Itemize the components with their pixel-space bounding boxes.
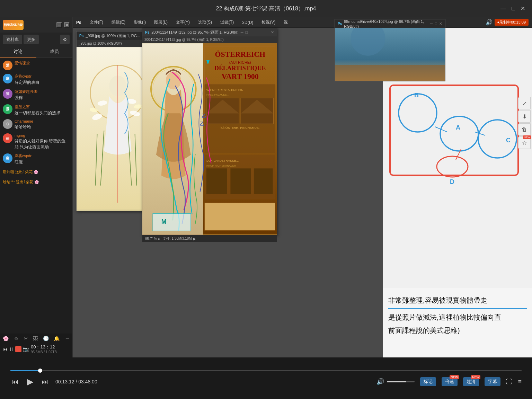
svg-text:WIENER RESTAURATION...: WIENER RESTAURATION... bbox=[206, 88, 246, 92]
chat-content-4: Charmaine 哈哈哈哈 bbox=[15, 119, 70, 130]
volume-bar[interactable] bbox=[387, 381, 415, 382]
svg-text:DLR LANDSTRASSE...: DLR LANDSTRASSE... bbox=[206, 159, 239, 162]
sidebar-close-btn[interactable]: ✕ bbox=[64, 22, 70, 28]
pause-rec-btn[interactable]: ⏸ bbox=[9, 346, 14, 352]
svg-text:A: A bbox=[456, 124, 460, 131]
chat-content-0: 爱情课堂 bbox=[15, 61, 70, 66]
ps-menu-more[interactable]: 视 bbox=[282, 19, 289, 26]
subtitle-btn[interactable]: 字幕 bbox=[485, 377, 500, 386]
close-button[interactable]: ✕ bbox=[521, 6, 525, 11]
title-bar: 22 构成6期-第七堂课-高清（0618）.mp4 — □ ✕ bbox=[0, 0, 532, 17]
chat-text-2: 强稗 bbox=[15, 95, 70, 101]
chat-message-1: 麻 麻将cvpdr 薛定谔的表白 bbox=[3, 74, 70, 86]
image-icon[interactable]: 🖼 bbox=[33, 336, 38, 341]
ps-bg-min-btn[interactable]: ─ bbox=[430, 21, 433, 26]
star-btn[interactable]: ☆ NEW bbox=[518, 136, 531, 149]
svg-rect-21 bbox=[153, 214, 191, 231]
avatar-5: m bbox=[3, 133, 12, 143]
username-0: 爱情课堂 bbox=[15, 61, 70, 66]
ps-menu-image[interactable]: 影像(I) bbox=[132, 19, 147, 26]
ps-mucha-max-btn[interactable]: □ bbox=[246, 30, 248, 34]
chat-content-3: 靈墨之窗 这一切都是石头门的选择 bbox=[15, 104, 70, 116]
chat-message-2: 范 范如媛超强绑 强稗 bbox=[3, 89, 70, 101]
fullscreen-btn[interactable]: ⛶ bbox=[506, 378, 512, 385]
ps-mucha-logo: Ps bbox=[145, 30, 149, 34]
ps-menu-3d[interactable]: 3D(D) bbox=[241, 19, 255, 26]
ps-menu-filter[interactable]: 滤镜(T) bbox=[219, 19, 235, 26]
ps-menu-edit[interactable]: 编辑(E) bbox=[110, 19, 127, 26]
prev-frame-btn[interactable]: ⏮ bbox=[10, 378, 20, 386]
progress-dot[interactable] bbox=[38, 369, 42, 373]
speed-label: 倍速 bbox=[445, 379, 454, 384]
ps-menu-layer[interactable]: 图层(L) bbox=[153, 19, 169, 26]
avatar-0: 愛 bbox=[3, 61, 12, 70]
stop-rec-btn[interactable] bbox=[15, 346, 21, 352]
arrow-icon[interactable]: → bbox=[65, 336, 70, 341]
camera-rec-btn[interactable]: 📷 bbox=[23, 346, 29, 352]
ps-window-mucha: Ps 200411241149T132.jpg @ 95.7% (画面 1, R… bbox=[142, 28, 277, 236]
bell-icon[interactable]: 🔔 bbox=[54, 336, 60, 341]
more-button[interactable]: 更多 bbox=[24, 35, 39, 44]
svg-text:ÖSTERREICH: ÖSTERREICH bbox=[215, 50, 265, 59]
bookmark-btn[interactable]: 标记 bbox=[420, 377, 436, 386]
svg-rect-2 bbox=[335, 65, 445, 81]
ps-bg-max-btn[interactable]: □ bbox=[435, 21, 437, 26]
next-frame-btn[interactable]: ⏭ bbox=[40, 378, 50, 386]
flower-icon[interactable]: 🌸 bbox=[3, 336, 9, 341]
tab-discuss[interactable]: 讨论 bbox=[0, 46, 36, 57]
prev-rec-btn[interactable]: ⏮ bbox=[3, 346, 8, 352]
ps-menu-text[interactable]: 文字(Y) bbox=[175, 19, 191, 26]
ps-zoom-level: 95.71% ● bbox=[145, 237, 160, 241]
bg-photo-canvas bbox=[335, 28, 445, 81]
mucha-figure-svg: M bbox=[142, 43, 203, 235]
chat-message-3: 靈 靈墨之窗 这一切都是石头门的选择 bbox=[3, 104, 70, 116]
chat-content-6: 麻将cvpdr 旺腿 bbox=[15, 153, 70, 165]
svg-text:VART 1900: VART 1900 bbox=[221, 72, 258, 81]
svg-point-20 bbox=[166, 71, 181, 89]
ps-menu-select[interactable]: 选取(S) bbox=[197, 19, 213, 26]
progress-bar[interactable] bbox=[10, 370, 522, 371]
clarity-new-badge: NEW bbox=[471, 375, 480, 379]
minimize-button[interactable]: — bbox=[500, 6, 506, 11]
menu-btn[interactable]: ≡ bbox=[518, 378, 522, 385]
volume-icon[interactable]: 🔊 bbox=[376, 378, 384, 385]
mucha-right-panel: ÖSTERREICH (AUTRICHE) DÉLARTISTIQUE VART… bbox=[203, 43, 277, 235]
speed-btn[interactable]: 倍速 NEW bbox=[442, 377, 458, 386]
avatar-1: 麻 bbox=[3, 74, 12, 83]
ps-menu-file[interactable]: 文件(F) bbox=[88, 19, 105, 26]
library-button[interactable]: 资料库 bbox=[3, 35, 22, 44]
ps-flower-logo: Ps bbox=[79, 34, 83, 38]
chat-message-6: 麻 麻将cvpdr 旺腿 bbox=[3, 153, 70, 165]
ps-mucha-title: Ps 200411241149T132.jpg @ 95.7% (画面 1, R… bbox=[142, 28, 277, 36]
scissors-icon[interactable]: ✂ bbox=[24, 336, 28, 341]
ps-window-background: Ps 88mucha9hiver640x1024.jpg @ 66.7% (画面… bbox=[335, 19, 445, 81]
subtitle-label: 字幕 bbox=[488, 379, 497, 384]
svg-text:KRUP RICHSKANALER: KRUP RICHSKANALER bbox=[206, 164, 236, 167]
ps-bg-title-text: 88mucha9hiver640x1024.jpg @ 66.7% (画面 1,… bbox=[344, 19, 428, 28]
clarity-btn[interactable]: 超清 NEW bbox=[463, 377, 479, 386]
clock-icon[interactable]: 🕐 bbox=[43, 336, 49, 341]
chat-message-0: 愛 爱情课堂 bbox=[3, 61, 70, 70]
maximize-button[interactable]: □ bbox=[512, 6, 515, 11]
ps-mucha-min-btn[interactable]: ─ bbox=[241, 30, 243, 34]
delete-btn[interactable]: 🗑 bbox=[518, 123, 531, 136]
sidebar-bottom: 🌸 ☺ ✂ 🖼 🕐 🔔 → ⏮ ⏸ 📷 00：13：12 95.5MB / 1.… bbox=[0, 334, 72, 357]
username-6: 麻将cvpdr bbox=[15, 153, 70, 159]
ps-menu-view[interactable]: 检视(V) bbox=[260, 19, 277, 26]
download-btn[interactable]: ⬇ bbox=[518, 110, 531, 123]
avatar-6: 麻 bbox=[3, 153, 12, 163]
tab-members[interactable]: 成员 bbox=[36, 46, 73, 57]
ps-mucha-close-btn[interactable]: ✕ bbox=[271, 30, 274, 35]
recording-controls: ⏮ ⏸ 📷 bbox=[3, 346, 29, 352]
share-btn[interactable]: ⤢ bbox=[518, 97, 531, 109]
play-btn[interactable]: ▶ bbox=[26, 377, 35, 387]
svg-rect-39 bbox=[230, 168, 251, 194]
chat-text-1: 薛定谔的表白 bbox=[15, 80, 70, 86]
sidebar-minimize-btn[interactable]: ─ bbox=[56, 22, 62, 28]
right-sidebar: ⤢ ⬇ 🗑 ☆ NEW bbox=[518, 97, 532, 149]
settings-icon-button[interactable]: ⚙ bbox=[60, 35, 70, 44]
emoji-icon[interactable]: ☺ bbox=[14, 336, 19, 341]
ps-expand-btn[interactable]: ▶ bbox=[193, 237, 196, 241]
ps-bg-close-btn[interactable]: ✕ bbox=[439, 21, 442, 26]
video-controls: ⏮ ▶ ⏭ 00:13:12 / 03:48:00 🔊 标记 倍速 NEW 超清… bbox=[0, 357, 532, 399]
